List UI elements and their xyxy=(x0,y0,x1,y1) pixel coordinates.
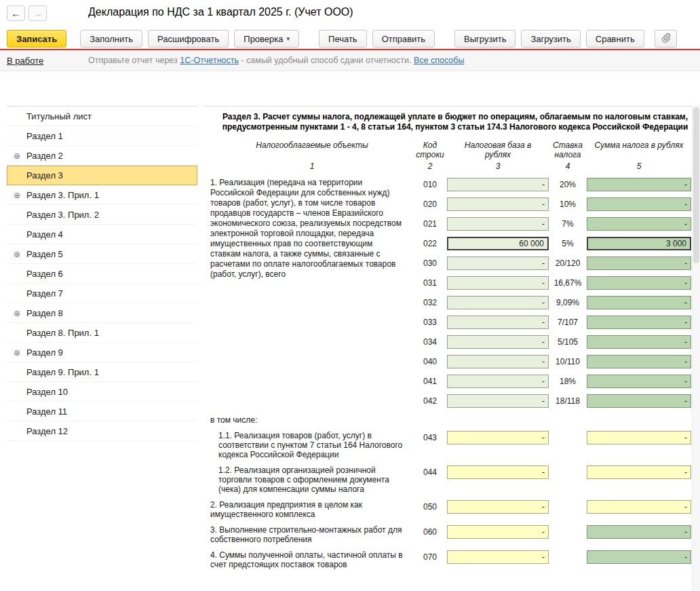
check-button[interactable]: Проверка ▾ xyxy=(234,30,299,47)
sidebar-item-5[interactable]: Раздел 3. Прил. 2 xyxy=(7,205,197,225)
field-044-base[interactable]: - xyxy=(447,465,549,479)
report-state-link[interactable]: В работе xyxy=(7,56,43,66)
sidebar-list: Титульный листРаздел 1⊕Раздел 2Раздел 3⊕… xyxy=(7,107,197,441)
sidebar-item-3[interactable]: Раздел 3 xyxy=(7,166,197,185)
status-message: Отправьте отчет через 1С-Отчетность - са… xyxy=(88,56,464,65)
field-020-sum[interactable]: - xyxy=(587,197,691,211)
field-030-sum[interactable]: - xyxy=(587,256,691,270)
compare-button[interactable]: Сравнить xyxy=(586,30,644,47)
row-code-060: 060 xyxy=(414,525,446,539)
sidebar-item-6[interactable]: Раздел 4 xyxy=(7,225,197,244)
expand-plus-icon[interactable]: ⊕ xyxy=(7,250,26,259)
row-rate-031: 16,67% xyxy=(549,278,586,288)
sidebar-item-12[interactable]: ⊕Раздел 9 xyxy=(7,343,197,362)
col-number-2: 2 xyxy=(414,161,446,171)
field-042-base[interactable]: - xyxy=(447,394,549,408)
field-060-sum[interactable]: - xyxy=(587,525,691,539)
export-button[interactable]: Выгрузить xyxy=(454,30,516,47)
sidebar-item-9[interactable]: Раздел 7 xyxy=(7,284,197,303)
field-070-base[interactable]: - xyxy=(447,550,549,564)
titlebar: ← → Декларация по НДС за 1 квартал 2025 … xyxy=(0,0,700,27)
forward-button[interactable]: → xyxy=(28,5,47,21)
row-rate-020: 10% xyxy=(549,199,586,209)
row-code-042: 042 xyxy=(414,394,446,408)
field-034-base[interactable]: - xyxy=(447,335,549,349)
scrollbar-thumb[interactable] xyxy=(693,107,699,263)
sidebar-item-label: Раздел 1 xyxy=(26,131,63,141)
check-button-label: Проверка xyxy=(244,34,283,44)
field-021-sum[interactable]: - xyxy=(587,217,691,231)
expand-plus-icon[interactable]: ⊕ xyxy=(7,151,26,161)
row-label-060: 3. Выполнение строительно-монтажных рабо… xyxy=(210,525,414,544)
import-button[interactable]: Загрузить xyxy=(521,30,580,47)
attachment-button[interactable] xyxy=(655,30,677,47)
send-button[interactable]: Отправить xyxy=(372,30,435,47)
field-021-base[interactable]: - xyxy=(447,217,549,231)
tax-row-042: 042-18/118- xyxy=(414,394,692,408)
sidebar-item-1[interactable]: Раздел 1 xyxy=(7,126,197,146)
row-rate-010: 20% xyxy=(549,180,586,189)
field-032-sum[interactable]: - xyxy=(587,296,691,309)
field-050-sum[interactable]: - xyxy=(587,500,691,514)
tax-row-070: 4. Суммы полученной оплаты, частичной оп… xyxy=(210,550,700,569)
field-031-base[interactable]: - xyxy=(447,276,549,290)
row-code-030: 030 xyxy=(414,256,446,270)
row-rate-041: 18% xyxy=(549,377,586,386)
expand-plus-icon[interactable]: ⊕ xyxy=(7,191,26,200)
expand-plus-icon[interactable]: ⊕ xyxy=(7,348,26,358)
sidebar-item-16[interactable]: Раздел 12 xyxy=(7,421,197,441)
sidebar-item-15[interactable]: Раздел 11 xyxy=(7,402,197,421)
field-010-base[interactable]: - xyxy=(447,178,549,191)
sidebar-item-label: Раздел 4 xyxy=(26,229,63,240)
fill-button[interactable]: Заполнить xyxy=(80,30,142,47)
field-040-sum[interactable]: - xyxy=(587,355,691,368)
field-033-base[interactable]: - xyxy=(447,316,549,329)
field-022-base[interactable]: 60 000 xyxy=(447,237,549,250)
field-040-base[interactable]: - xyxy=(447,355,549,368)
field-010-sum[interactable]: - xyxy=(587,178,691,191)
field-050-base[interactable]: - xyxy=(447,500,549,514)
sidebar-item-13[interactable]: Раздел 9. Прил. 1 xyxy=(7,362,197,382)
save-button[interactable]: Записать xyxy=(7,30,66,47)
field-043-sum[interactable]: - xyxy=(587,431,691,444)
print-button[interactable]: Печать xyxy=(319,30,367,47)
field-041-sum[interactable]: - xyxy=(587,375,691,388)
sidebar-item-7[interactable]: ⊕Раздел 5 xyxy=(7,244,197,264)
sidebar-item-label: Раздел 7 xyxy=(26,288,63,299)
sidebar-item-label: Раздел 6 xyxy=(26,269,63,279)
field-034-sum[interactable]: - xyxy=(587,335,691,349)
expand-plus-icon[interactable]: ⊕ xyxy=(7,309,26,318)
status-bar: В работе Отправьте отчет через 1С-Отчетн… xyxy=(0,50,700,71)
sidebar-item-label: Раздел 9 xyxy=(26,347,63,358)
field-033-sum[interactable]: - xyxy=(587,316,691,329)
sidebar-item-8[interactable]: Раздел 6 xyxy=(7,264,197,284)
all-methods-link[interactable]: Все способы xyxy=(414,56,464,65)
field-060-base[interactable]: - xyxy=(447,525,549,539)
field-041-base[interactable]: - xyxy=(447,375,549,388)
field-042-sum[interactable]: - xyxy=(587,394,691,408)
field-020-base[interactable]: - xyxy=(447,197,549,211)
field-031-sum[interactable]: - xyxy=(587,276,691,290)
column-numbers: 1 2 3 4 5 xyxy=(210,161,700,171)
col-header-base: Налоговая база в рублях xyxy=(446,140,549,159)
sidebar-item-2[interactable]: ⊕Раздел 2 xyxy=(7,146,197,166)
1c-reporting-link[interactable]: 1С-Отчетность xyxy=(180,56,239,65)
row-code-021: 021 xyxy=(414,217,446,231)
sidebar-item-0[interactable]: Титульный лист xyxy=(7,107,197,126)
field-044-sum[interactable]: - xyxy=(587,465,691,479)
sidebar-item-11[interactable]: Раздел 8. Прил. 1 xyxy=(7,323,197,343)
sidebar-item-4[interactable]: ⊕Раздел 3. Прил. 1 xyxy=(7,185,197,205)
field-043-base[interactable]: - xyxy=(447,431,549,444)
sidebar-item-10[interactable]: ⊕Раздел 8 xyxy=(7,303,197,323)
tax-row-032: 032-9,09%- xyxy=(414,296,692,309)
vertical-scrollbar[interactable] xyxy=(692,106,700,591)
row-code-033: 033 xyxy=(414,316,446,329)
field-022-sum[interactable]: 3 000 xyxy=(587,237,691,250)
sidebar-item-14[interactable]: Раздел 10 xyxy=(7,382,197,402)
back-button[interactable]: ← xyxy=(7,5,25,21)
field-032-base[interactable]: - xyxy=(447,296,549,309)
field-070-sum[interactable]: - xyxy=(587,550,691,564)
section-title: Раздел 3. Расчет суммы налога, подлежаще… xyxy=(218,112,693,132)
field-030-base[interactable]: - xyxy=(447,256,549,270)
explain-button[interactable]: Расшифровать xyxy=(148,30,229,47)
